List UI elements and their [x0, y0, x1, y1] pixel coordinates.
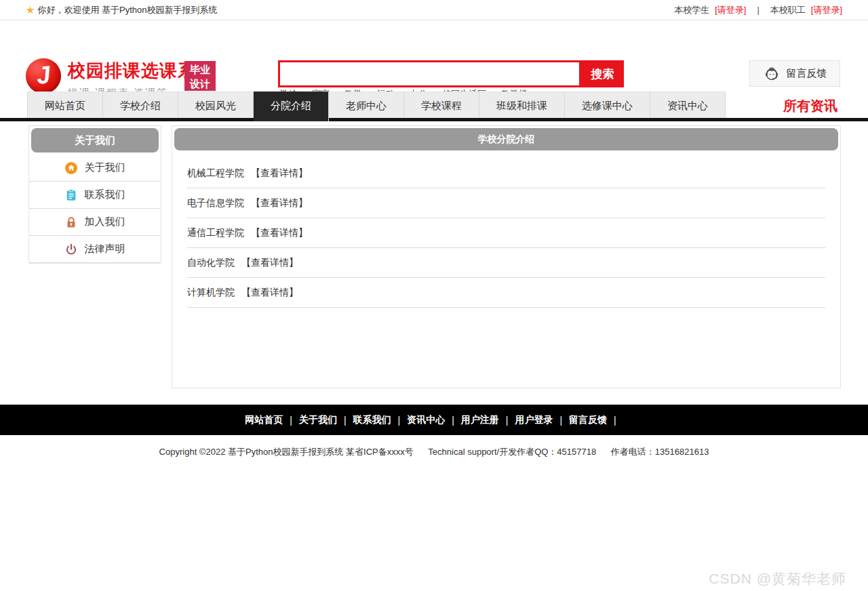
footer-separator: |	[506, 415, 509, 426]
department-name: 自动化学院	[187, 257, 235, 268]
footer-separator: |	[290, 415, 292, 426]
footer-link-contact[interactable]: 联系我们	[353, 414, 391, 426]
main-panel: 学校分院介绍 机械工程学院 【查看详情】 电子信息学院 【查看详情】 通信工程学…	[172, 125, 841, 388]
nav-tab-news-center[interactable]: 资讯中心	[650, 91, 726, 118]
main-panel-title: 学校分院介绍	[174, 128, 838, 150]
clipboard-icon	[65, 189, 77, 201]
home-icon	[65, 162, 77, 174]
student-login-link[interactable]: [请登录]	[715, 4, 746, 16]
site-logo[interactable]: J	[26, 58, 61, 94]
welcome-text: 你好，欢迎使用 基于Python校园新手报到系统	[37, 4, 217, 16]
department-name: 电子信息学院	[187, 197, 244, 208]
nav-tab-school-courses[interactable]: 学校课程	[404, 91, 479, 118]
lock-icon	[65, 216, 77, 228]
content: 关于我们 关于我们 联系我们 加	[0, 121, 868, 388]
view-details-link[interactable]: 【查看详情】	[241, 287, 298, 298]
footer-separator: |	[344, 415, 347, 426]
list-item: 自动化学院 【查看详情】	[187, 248, 825, 278]
header: J 校园排课选课系统 排课.课程表.选课等 毕业 设计 搜索 学校 寝室 教学 …	[0, 20, 868, 91]
department-name: 计算机学院	[187, 287, 235, 298]
staff-label: 本校职工	[770, 4, 806, 16]
feedback-button[interactable]: 留言反馈	[749, 60, 840, 87]
sidebar-item-about-us[interactable]: 关于我们	[30, 155, 160, 182]
list-item: 通信工程学院 【查看详情】	[187, 218, 825, 248]
footer-link-register[interactable]: 用户注册	[461, 414, 499, 426]
power-icon	[65, 243, 77, 256]
customer-service-icon	[763, 65, 781, 83]
logo-letter: J	[24, 56, 63, 93]
footer-separator: |	[452, 415, 454, 426]
sidebar-item-label: 加入我们	[85, 216, 125, 228]
sidebar-item-label: 关于我们	[85, 161, 125, 174]
department-list: 机械工程学院 【查看详情】 电子信息学院 【查看详情】 通信工程学院 【查看详情…	[172, 152, 840, 308]
list-item: 电子信息学院 【查看详情】	[187, 188, 825, 218]
search-button[interactable]: 搜索	[581, 60, 624, 87]
view-details-link[interactable]: 【查看详情】	[251, 197, 308, 208]
list-item: 计算机学院 【查看详情】	[187, 278, 825, 308]
sidebar-item-join-us[interactable]: 加入我们	[30, 209, 160, 236]
nav-tab-elective-center[interactable]: 选修课中心	[565, 91, 650, 118]
nav-tab-school-intro[interactable]: 学校介绍	[103, 91, 178, 118]
view-details-link[interactable]: 【查看详情】	[251, 227, 308, 238]
copyright-support: Technical support/开发作者QQ：45157718	[428, 447, 596, 457]
nav-tab-home[interactable]: 网站首页	[27, 91, 103, 118]
nav-tabs: 网站首页 学校介绍 校园风光 分院介绍 老师中心 学校课程 班级和排课 选修课中…	[27, 91, 726, 118]
footer-link-home[interactable]: 网站首页	[245, 414, 283, 426]
copyright-text: Copyright ©2022 基于Python校园新手报到系统 某省ICP备x…	[159, 447, 414, 457]
nav-tab-class-schedule[interactable]: 班级和排课	[479, 91, 565, 118]
department-name: 机械工程学院	[187, 167, 244, 178]
graduation-design-badge: 毕业 设计	[184, 61, 216, 91]
nav-tab-teacher-center[interactable]: 老师中心	[329, 91, 404, 118]
student-label: 本校学生	[674, 4, 709, 16]
footer-link-login[interactable]: 用户登录	[515, 414, 553, 426]
sidebar: 关于我们 关于我们 联系我们 加	[28, 125, 161, 264]
main-nav: 网站首页 学校介绍 校园风光 分院介绍 老师中心 学校课程 班级和排课 选修课中…	[0, 91, 868, 121]
list-item: 机械工程学院 【查看详情】	[187, 159, 825, 188]
sidebar-item-label: 联系我们	[85, 188, 125, 201]
badge-line2: 设计	[184, 77, 216, 91]
footer-separator: |	[398, 415, 401, 426]
nav-tab-campus-scenery[interactable]: 校园风光	[178, 91, 254, 118]
search-input[interactable]	[278, 60, 581, 87]
badge-line1: 毕业	[184, 62, 216, 77]
sidebar-item-legal-notice[interactable]: 法律声明	[30, 236, 160, 263]
feedback-label: 留言反馈	[787, 67, 827, 80]
search-area: 搜索	[278, 60, 624, 87]
all-news-link[interactable]: 所有资讯	[783, 97, 837, 115]
star-icon: ★	[26, 5, 35, 15]
footer-link-about[interactable]: 关于我们	[299, 414, 337, 426]
topbar-divider: |	[757, 5, 759, 15]
footer-link-news[interactable]: 资讯中心	[407, 414, 445, 426]
view-details-link[interactable]: 【查看详情】	[241, 257, 298, 268]
sidebar-item-label: 法律声明	[85, 243, 125, 256]
csdn-watermark: CSDN @黄菊华老师	[709, 569, 846, 588]
sidebar-item-contact-us[interactable]: 联系我们	[30, 182, 160, 209]
footer-separator: |	[559, 415, 562, 426]
footer-link-feedback[interactable]: 留言反馈	[569, 414, 607, 426]
view-details-link[interactable]: 【查看详情】	[251, 167, 308, 178]
copyright: Copyright ©2022 基于Python校园新手报到系统 某省ICP备x…	[0, 446, 868, 458]
department-name: 通信工程学院	[187, 227, 244, 238]
footer-separator: |	[614, 415, 616, 426]
nav-tab-college-intro[interactable]: 分院介绍	[254, 91, 329, 121]
footer-nav: 网站首页 | 关于我们 | 联系我们 | 资讯中心 | 用户注册 | 用户登录 …	[0, 405, 868, 435]
sidebar-title: 关于我们	[31, 128, 159, 152]
staff-login-link[interactable]: [请登录]	[811, 4, 842, 16]
copyright-phone: 作者电话：13516821613	[611, 447, 709, 457]
topbar: ★ 你好，欢迎使用 基于Python校园新手报到系统 本校学生 [请登录] | …	[0, 0, 868, 20]
